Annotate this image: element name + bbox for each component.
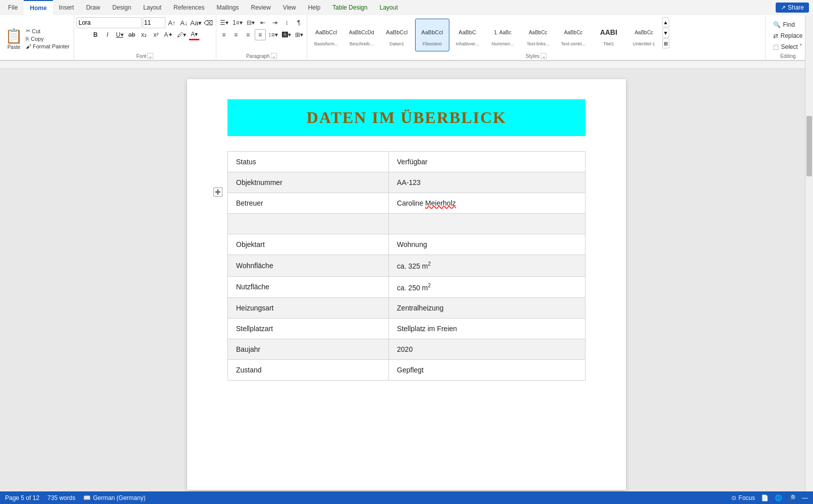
font-group: A↑ A↓ Aa▾ ⌫ B I U▾ ab x₂ x² A✦ 🖊▾ A▾ Fon… xyxy=(74,15,216,60)
numbering-button[interactable]: 1≡▾ xyxy=(231,17,244,28)
align-center-button[interactable]: ≡ xyxy=(230,29,242,40)
tab-insert[interactable]: Insert xyxy=(53,0,80,15)
minimize-button[interactable]: — xyxy=(802,494,808,501)
strikethrough-button[interactable]: ab xyxy=(126,29,137,40)
style-untertitel1[interactable]: AaBbCc Untertitel-1 xyxy=(627,19,661,51)
underline-button[interactable]: U▾ xyxy=(114,29,125,40)
style-basisform[interactable]: AaBbCcl Basisform... xyxy=(309,19,343,51)
sort-button[interactable]: ↕ xyxy=(281,17,293,28)
styles-dialog-launcher[interactable]: ⌄ xyxy=(541,53,547,59)
tab-view[interactable]: View xyxy=(277,0,302,15)
change-case-button[interactable]: Aa▾ xyxy=(191,17,202,28)
tab-layout[interactable]: Layout xyxy=(137,0,167,15)
align-left-button[interactable]: ≡ xyxy=(218,29,229,40)
table-row: Objektart Wohnung xyxy=(228,234,586,255)
style-daten1-label: Daten1 xyxy=(389,41,404,46)
tab-home[interactable]: Home xyxy=(24,0,52,15)
focus-icon: ⊙ xyxy=(731,494,736,501)
tab-design[interactable]: Design xyxy=(106,0,137,15)
scroll-track[interactable] xyxy=(805,15,813,491)
tab-review[interactable]: Review xyxy=(245,0,277,15)
table-row: Nutzfläche ca. 250 m2 xyxy=(228,276,586,298)
increase-indent-button[interactable]: ⇥ xyxy=(269,17,280,28)
format-painter-button[interactable]: 🖌 Format Painter xyxy=(25,43,71,50)
superscript-button[interactable]: x² xyxy=(150,29,161,40)
select-button[interactable]: ⬚ Select ˅ xyxy=(771,42,804,51)
table-row: Status Verfügbar xyxy=(228,152,586,172)
font-name-select[interactable] xyxy=(76,17,142,28)
tab-draw[interactable]: Draw xyxy=(80,0,106,15)
font-color-button[interactable]: A▾ xyxy=(189,29,200,40)
language-label: German (Germany) xyxy=(93,494,145,501)
table-move-handle[interactable]: ✚ xyxy=(213,187,222,197)
decrease-font-button[interactable]: A↓ xyxy=(179,17,190,28)
view-mode-web[interactable]: 🌐 xyxy=(775,494,782,501)
style-text-links[interactable]: AaBbCc Text-links... xyxy=(521,19,555,51)
zoom-control[interactable]: 🔎 xyxy=(788,494,796,501)
style-fliesstext[interactable]: AaBbCcl Fliesstext xyxy=(415,19,449,51)
table-cell-value: Gepflegt xyxy=(389,360,586,381)
shading-button[interactable]: 🅰▾ xyxy=(280,29,293,40)
styles-expand[interactable]: ⊞ xyxy=(662,38,669,48)
text-effects-button[interactable]: A✦ xyxy=(162,29,175,40)
cut-button[interactable]: ✂ Cut xyxy=(25,27,71,35)
tab-layout2[interactable]: Layout xyxy=(374,0,404,15)
style-daten1[interactable]: AaBbCcl Daten1 xyxy=(380,19,414,51)
tab-references[interactable]: References xyxy=(167,0,210,15)
align-right-button[interactable]: ≡ xyxy=(243,29,254,40)
tab-file[interactable]: File xyxy=(2,0,24,15)
style-inhaltsver-preview: AaBbC xyxy=(458,23,476,41)
view-mode-print[interactable]: 📄 xyxy=(761,494,769,501)
focus-button[interactable]: ⊙ Focus xyxy=(731,494,755,501)
style-untertitel1-preview: AaBbCc xyxy=(634,23,653,41)
table-cell-value: Stellplatz im Freien xyxy=(389,319,586,339)
style-beschreib[interactable]: AaBbCcDd Beschreib... xyxy=(344,19,379,51)
print-icon: 📄 xyxy=(761,494,769,501)
cut-icon: ✂ xyxy=(26,28,30,34)
table-cell-label: Stellplatzart xyxy=(228,319,389,339)
styles-scroll-down[interactable]: ▼ xyxy=(662,28,669,38)
replace-button[interactable]: ⇄ Replace xyxy=(771,31,804,40)
scroll-thumb[interactable] xyxy=(806,116,812,176)
word-count[interactable]: 735 words xyxy=(47,494,75,501)
style-basisform-preview: AaBbCcl xyxy=(315,23,337,41)
find-button[interactable]: 🔍 Find xyxy=(771,20,804,29)
subscript-button[interactable]: x₂ xyxy=(138,29,149,40)
borders-button[interactable]: ⊞▾ xyxy=(294,29,305,40)
italic-button[interactable]: I xyxy=(102,29,113,40)
styles-scroll-up[interactable]: ▲ xyxy=(662,17,669,27)
increase-font-button[interactable]: A↑ xyxy=(166,17,178,28)
paragraph-group-label: Paragraph xyxy=(246,53,270,59)
copy-button[interactable]: ⎘ Copy xyxy=(25,35,71,42)
decrease-indent-button[interactable]: ⇤ xyxy=(257,17,268,28)
font-size-select[interactable] xyxy=(143,17,165,28)
style-inhaltsver[interactable]: AaBbC Inhaltsver... xyxy=(450,19,485,51)
style-titel1-preview: AABI xyxy=(600,23,617,41)
table-cell-value xyxy=(389,214,586,234)
clear-format-button[interactable]: ⌫ xyxy=(203,17,214,28)
replace-label: Replace xyxy=(780,32,802,39)
justify-button[interactable]: ≡ xyxy=(255,29,266,40)
line-spacing-button[interactable]: ↕≡▾ xyxy=(267,29,279,40)
bullets-button[interactable]: ☰▾ xyxy=(218,17,230,28)
share-button[interactable]: ↗ Share xyxy=(776,3,809,13)
paste-button[interactable]: 📋 xyxy=(5,28,23,44)
style-text-zentri[interactable]: AaBbCc Text-zentri... xyxy=(556,19,591,51)
editing-group: 🔍 Find ⇄ Replace ⬚ Select ˅ Editing xyxy=(766,15,811,60)
tab-mailings[interactable]: Mailings xyxy=(210,0,245,15)
paragraph-group: ☰▾ 1≡▾ ⊟▾ ⇤ ⇥ ↕ ¶ ≡ ≡ ≡ ≡ ↕≡▾ 🅰▾ ⊞▾ Para… xyxy=(216,15,307,60)
multilevel-button[interactable]: ⊟▾ xyxy=(245,17,256,28)
style-titel1[interactable]: AABI Titel1 xyxy=(592,19,626,51)
tab-help[interactable]: Help xyxy=(302,0,327,15)
highlight-color-button[interactable]: 🖊▾ xyxy=(176,29,188,40)
table-cell-value: Wohnung xyxy=(389,234,586,255)
bold-button[interactable]: B xyxy=(90,29,101,40)
paragraph-dialog-launcher[interactable]: ⌄ xyxy=(271,53,277,59)
find-icon: 🔍 xyxy=(773,21,781,28)
page-info[interactable]: Page 5 of 12 xyxy=(5,494,39,501)
show-formatting-button[interactable]: ¶ xyxy=(294,17,305,28)
language[interactable]: 📖 German (Germany) xyxy=(83,494,145,501)
tab-table-design[interactable]: Table Design xyxy=(326,0,373,15)
style-nummeri[interactable]: 1. AaBc Nummeri... xyxy=(486,19,520,51)
font-dialog-launcher[interactable]: ⌄ xyxy=(147,53,153,59)
